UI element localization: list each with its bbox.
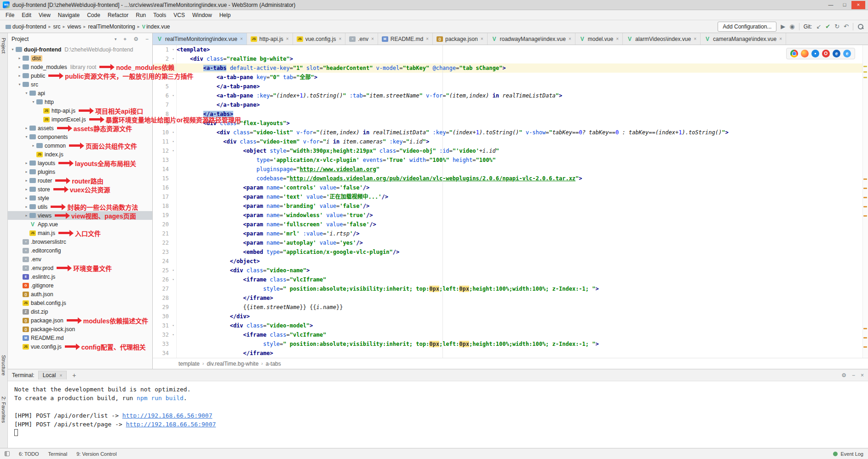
code-line[interactable]: 9▾<div class="flex-layouts"> (153, 119, 868, 128)
breadcrumb-item-src[interactable]: src (52, 23, 61, 30)
editor-tab[interactable]: ValarmVideos\index.vue× (623, 33, 701, 45)
event-log-icon[interactable] (833, 452, 838, 456)
tree-item[interactable]: JSimportExcel.js暴露环境变量地址给图片or视频资源路径管理用 (8, 115, 152, 124)
tab-close-icon[interactable]: × (616, 36, 619, 41)
terminal-tab-local[interactable]: Local × (38, 371, 67, 379)
tree-chevron-icon[interactable]: ▸ (17, 56, 23, 60)
line-number[interactable]: 32 (153, 330, 170, 339)
code-line[interactable]: 22 <param name='autoplay' value='yes'/> (153, 238, 868, 247)
terminal-output[interactable]: Note that the development build is not o… (8, 381, 868, 448)
breadcrumb-item-realTimeMonitoring[interactable]: realTimeMonitoring (87, 23, 136, 30)
fold-icon[interactable]: ▾ (170, 321, 177, 330)
debug-icon[interactable]: ◉ (789, 23, 794, 30)
tree-chevron-icon[interactable]: ▸ (17, 65, 23, 69)
fold-icon[interactable]: ▾ (170, 330, 177, 339)
search-everywhere-icon[interactable] (857, 23, 863, 29)
breadcrumb-item-duoji-frontend[interactable]: duoji-frontend (5, 23, 47, 30)
terminal-settings-icon[interactable]: ⚙ (841, 372, 846, 379)
menu-run[interactable]: Run (132, 11, 149, 19)
code-line[interactable]: 10▾<div class="video-list" v-for="(item,… (153, 128, 868, 137)
fold-icon[interactable]: ▾ (170, 45, 177, 54)
safari-icon[interactable] (811, 50, 819, 57)
close-button[interactable]: × (851, 1, 865, 9)
editor-breadcrumb-item[interactable]: template (178, 361, 200, 367)
line-number[interactable]: 29 (153, 303, 170, 312)
line-number[interactable]: 12 (153, 146, 170, 155)
error-stripe-mark[interactable] (863, 215, 867, 217)
statusbar-item-terminal[interactable]: Terminal (48, 451, 68, 457)
menu-tools[interactable]: Tools (149, 11, 170, 19)
line-number[interactable]: 18 (153, 201, 170, 211)
edge-icon[interactable]: e (833, 50, 840, 57)
new-terminal-session-icon[interactable]: + (70, 372, 78, 379)
editor-tab[interactable]: Vmodel.vue× (575, 33, 623, 45)
code-line[interactable]: 7 </a-tab-pane> (153, 100, 868, 109)
tree-item[interactable]: ▾http (8, 98, 152, 106)
code-line[interactable]: 29 {{item.streetName}} {{i.name}} (153, 303, 868, 312)
code-line[interactable]: 26▾<iframe class="vlcIframe" (153, 275, 868, 284)
editor-tab[interactable]: JShttp-api.js× (247, 33, 293, 45)
minimize-button[interactable]: — (824, 1, 838, 9)
firefox-icon[interactable] (801, 50, 809, 57)
tree-item[interactable]: ▸storevuex公共资源 (8, 185, 152, 194)
code-line[interactable]: 23 <embed type="application/x-google-vlc… (153, 247, 868, 257)
line-number[interactable]: 10 (153, 128, 170, 137)
code-line[interactable]: 25▾<div class="video-name"> (153, 266, 868, 275)
tree-item[interactable]: ▸viewsview视图、pages页面 (8, 211, 152, 220)
line-number[interactable]: 26 (153, 275, 170, 284)
tree-item[interactable]: ▸style (8, 194, 152, 202)
tree-item[interactable]: ▸utils封装的一些公共函数方法 (8, 202, 152, 211)
tree-item[interactable]: ≡.browserslistrc (8, 237, 152, 246)
tree-item[interactable]: ▸assetsassets静态资源文件 (8, 124, 152, 132)
line-number[interactable]: 16 (153, 183, 170, 192)
error-stripe-mark[interactable] (863, 206, 867, 207)
tree-item[interactable]: {}auth.json (8, 290, 152, 298)
editor-tab[interactable]: VcameraManage\index.vue× (701, 33, 786, 45)
tab-close-icon[interactable]: × (339, 36, 341, 41)
terminal-tab-close-icon[interactable]: × (59, 373, 62, 378)
code-line[interactable]: 28 </iframe> (153, 293, 868, 303)
tool-window-switcher-icon[interactable] (5, 451, 10, 456)
fold-icon[interactable]: ▾ (170, 91, 177, 100)
tab-close-icon[interactable]: × (481, 36, 483, 41)
tab-close-icon[interactable]: × (426, 36, 429, 41)
terminal-cursor[interactable] (14, 429, 18, 436)
fold-icon[interactable]: ▾ (170, 266, 177, 275)
code-line[interactable]: 21 <param name='mrl' :value='i.rtsp'/> (153, 229, 868, 238)
editor-tab[interactable]: MREADME.md× (378, 33, 433, 45)
menu-window[interactable]: Window (189, 11, 216, 19)
code-line[interactable]: 18 <param name='branding' value='false'/… (153, 201, 868, 211)
code-line[interactable]: 15 codebase="http://downloads.videolan.o… (153, 174, 868, 183)
tree-chevron-icon[interactable]: ▸ (23, 187, 29, 191)
tree-item[interactable]: JSmain.js入口文件 (8, 229, 152, 237)
chrome-icon[interactable] (790, 50, 798, 57)
code-line[interactable]: 12▾<object style="width:390px;height:219… (153, 146, 868, 155)
error-stripe-mark[interactable] (863, 178, 867, 180)
tree-item[interactable]: ▸publicpublic资源文件夹，一般放引用的第三方插件 (8, 71, 152, 80)
error-stripe-mark[interactable] (863, 197, 867, 198)
tree-item[interactable]: JShttp-api.js项目相关api接口 (8, 106, 152, 115)
tab-close-icon[interactable]: × (779, 36, 782, 41)
line-number[interactable]: 30 (153, 312, 170, 321)
code-line[interactable]: 20 <param name='fullscreen' value='false… (153, 220, 868, 229)
error-stripe-mark[interactable] (863, 77, 867, 78)
code-line[interactable]: 14 pluginspage="http://www.videolan.org" (153, 165, 868, 174)
tree-chevron-icon[interactable]: ▸ (23, 170, 29, 174)
line-number[interactable]: 17 (153, 192, 170, 201)
tree-item[interactable]: ▾src (8, 80, 152, 89)
tree-item[interactable]: ▾components (8, 132, 152, 141)
tab-close-icon[interactable]: × (694, 36, 696, 41)
code-line[interactable]: 4 <a-tab-pane key="0" tab="全部"> (153, 73, 868, 82)
tree-item[interactable]: Zdist.zip (8, 307, 152, 316)
code-editor[interactable]: 1▾<template>2▾<div class="realTime bg-wh… (153, 45, 868, 358)
tree-chevron-icon[interactable]: ▸ (17, 74, 23, 78)
line-number[interactable]: 25 (153, 266, 170, 275)
git-history-icon[interactable]: ↻ (834, 23, 839, 30)
line-number[interactable]: 5 (153, 82, 170, 91)
code-line[interactable]: 19 <param name='windowless' value='true'… (153, 211, 868, 220)
code-line[interactable]: 32▾<iframe class="vlcIframe" (153, 330, 868, 339)
fold-icon[interactable]: ▾ (170, 128, 177, 137)
error-stripe-mark[interactable] (863, 346, 867, 348)
editor-breadcrumb-item[interactable]: div.realTime.bg-white (207, 361, 259, 367)
menu-navigate[interactable]: Navigate (54, 11, 83, 19)
